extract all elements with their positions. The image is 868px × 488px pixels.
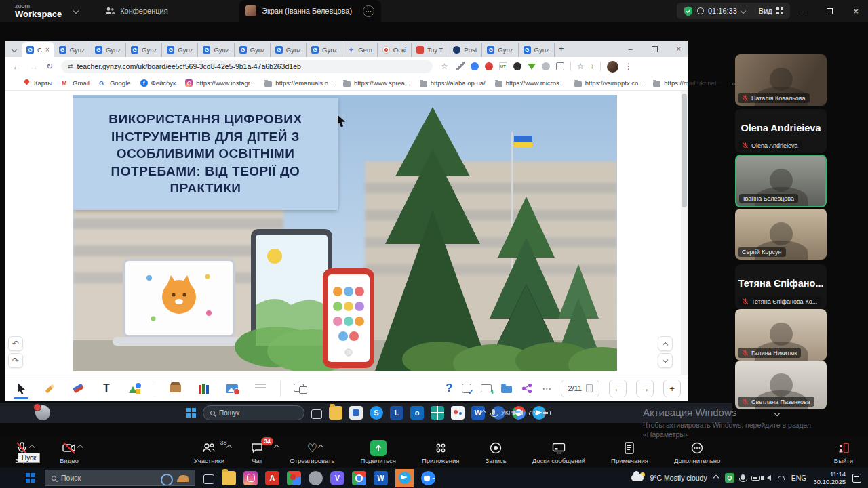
shapes-tool[interactable] [126, 378, 144, 399]
add-image-button[interactable] [481, 384, 492, 392]
browser-tab[interactable]: Post [448, 43, 482, 57]
whiteboards-control[interactable]: Доски сообщений [528, 441, 589, 464]
calendar-icon[interactable] [431, 406, 444, 420]
paint-icon[interactable] [451, 406, 465, 420]
browser-menu-icon[interactable] [625, 62, 633, 71]
share-screen-control[interactable]: Поделиться [356, 441, 399, 464]
browser-tab[interactable]: Gynz [235, 43, 271, 57]
media-tool[interactable] [223, 378, 241, 399]
tray-chevron-icon[interactable] [481, 410, 486, 415]
browser-tab[interactable]: Gynz [54, 43, 90, 57]
maximize-button[interactable] [827, 8, 833, 14]
more-control[interactable]: Дополнительно [670, 441, 724, 464]
close-button[interactable] [853, 6, 859, 16]
tray-wifi-icon[interactable] [529, 411, 536, 415]
bookmark-item[interactable]: https://vsimpptx.co... [574, 79, 644, 87]
clock[interactable]: 11:14 30.10.2025 [813, 470, 846, 486]
folder-button[interactable] [501, 386, 512, 393]
weather-text[interactable]: 9°C Mostly cloudy [650, 474, 707, 482]
tab-options-button[interactable] [363, 5, 374, 17]
dual-screen-tool[interactable] [292, 378, 309, 399]
next-page-button[interactable] [636, 380, 654, 397]
tray-speaker-icon[interactable] [767, 475, 771, 481]
scrollbar-thumb[interactable] [682, 94, 687, 207]
telegram-flashing-icon[interactable] [395, 469, 414, 487]
acrobat-icon[interactable]: A [265, 471, 279, 485]
reload-button[interactable] [46, 62, 53, 71]
instagram-icon[interactable] [243, 471, 258, 485]
participant-tile[interactable]: Галина Никитюк [735, 309, 827, 361]
bookmark-star-icon[interactable] [441, 62, 448, 71]
tab-close-icon[interactable] [45, 46, 50, 54]
browser-tab[interactable]: Gynz [126, 43, 162, 57]
bookmark-item[interactable]: https://www.sprea... [343, 79, 410, 87]
tab-search-chevron-icon[interactable] [12, 47, 17, 52]
tab-meeting[interactable]: Конференция [105, 7, 167, 15]
tray-speaker-icon[interactable] [519, 410, 523, 415]
chrome-icon[interactable] [352, 471, 366, 485]
undo-button[interactable] [8, 336, 23, 351]
star-icon[interactable] [577, 62, 585, 71]
browser-tab[interactable]: Gynz [482, 43, 518, 57]
start-button[interactable] [186, 408, 196, 418]
record-control[interactable]: Запись [481, 441, 510, 464]
ut-extension-icon[interactable] [499, 62, 507, 70]
clipboard-extension-icon[interactable] [556, 62, 564, 70]
file-explorer-icon[interactable] [222, 471, 236, 485]
bookmark-item[interactable]: https://www.instagr... [185, 79, 255, 87]
participant-tile[interactable]: Сергій Корсун [735, 209, 827, 260]
shared-search-box[interactable]: Пошук [203, 405, 304, 420]
downloads-icon[interactable] [591, 62, 595, 70]
adblock-extension-icon[interactable] [485, 62, 493, 70]
browser-tab[interactable]: Toy Т [412, 43, 448, 57]
page-indicator[interactable]: 2/11 [561, 380, 599, 397]
browser-maximize-button[interactable] [652, 46, 658, 52]
notification-center-icon[interactable] [852, 474, 861, 483]
bookmark-item[interactable]: https://mail.ukr.net... [653, 79, 722, 87]
downloader-extension-icon[interactable] [528, 64, 536, 70]
browser-tab[interactable]: Gynz [519, 43, 555, 57]
shared-language-indicator[interactable]: УКР [501, 409, 513, 416]
meeting-info-pill[interactable]: 01:16:33 Вид [677, 3, 790, 19]
apps-control[interactable]: Приложения [418, 441, 464, 464]
participant-tile[interactable]: Olena Andrieieva Olena Andrieieva [735, 109, 827, 153]
tray-mic-icon[interactable] [492, 409, 495, 415]
view-button-label[interactable]: Вид [759, 7, 772, 15]
library-tool[interactable] [195, 378, 212, 399]
tab-screen-share[interactable]: Экран (Іванна Белевцова) [239, 0, 381, 22]
taskbar-search-box[interactable]: Поиск [45, 470, 195, 486]
audio-options-chevron[interactable] [29, 445, 35, 450]
new-tab-button[interactable] [559, 43, 564, 54]
chrome-icon-badge[interactable] [287, 471, 301, 485]
dark-extension-icon[interactable] [513, 62, 521, 70]
video-options-chevron[interactable] [77, 445, 83, 450]
help-button[interactable]: ? [446, 382, 452, 395]
participant-tile[interactable]: Наталія Ковальова [735, 54, 827, 106]
reactions-options-chevron[interactable] [318, 445, 323, 450]
gray-app-icon[interactable] [309, 471, 323, 485]
reactions-control[interactable]: ♡ Отреагировать [285, 441, 338, 464]
tray-wifi-icon[interactable] [778, 476, 785, 480]
add-page-button[interactable] [663, 380, 681, 397]
select-tool[interactable] [12, 378, 30, 399]
browser-tab[interactable]: Gynz [90, 43, 126, 57]
back-button[interactable] [12, 62, 21, 72]
address-bar[interactable]: ⇄ teacher.gynzy.com/uk/board/ee5cf569-3c… [61, 60, 433, 73]
pen-extension-icon[interactable] [456, 62, 465, 70]
weather-icon[interactable] [631, 474, 644, 481]
blue-extension-icon[interactable] [471, 62, 479, 70]
scroll-down-button[interactable] [658, 353, 673, 368]
skype-icon[interactable]: S [370, 406, 383, 420]
chat-options-chevron[interactable] [274, 445, 279, 450]
participant-tile[interactable]: Светлана Пазенкова [735, 361, 827, 409]
save-button[interactable] [462, 384, 471, 393]
forward-button[interactable] [29, 62, 38, 72]
tray-mic-icon[interactable] [741, 474, 745, 480]
viber-icon[interactable]: V [330, 471, 344, 485]
tray-app-icon[interactable]: Q [725, 473, 734, 483]
participants-control[interactable]: 38 Участники [190, 441, 229, 464]
tray-chevron-icon[interactable] [713, 475, 718, 481]
tray-battery-icon[interactable] [751, 476, 760, 481]
bookmark-item[interactable]: Google [99, 79, 131, 87]
task-view-icon[interactable] [311, 409, 322, 419]
